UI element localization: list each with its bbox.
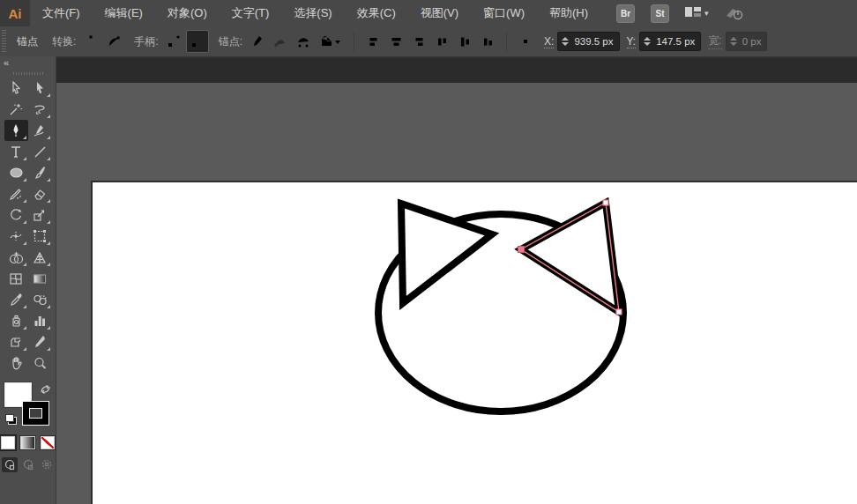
y-value[interactable]: 147.5 px [656,36,695,47]
default-fill-stroke-icon[interactable] [5,414,17,425]
convert-to-corner-button[interactable] [80,31,101,52]
bridge-button[interactable]: Br [616,4,635,23]
stock-button[interactable]: St [651,4,669,23]
curvature-tool[interactable] [28,120,52,141]
menu-select[interactable]: 选择(S) [281,0,344,26]
x-value[interactable]: 939.5 px [574,36,613,47]
chevron-down-icon: ▾ [704,9,709,18]
width-field: 0 px [726,32,768,51]
width-value: 0 px [742,36,762,47]
selection-tool[interactable] [4,78,28,99]
drawing-mode-buttons [0,457,56,472]
none-button[interactable] [40,435,56,450]
divider [354,32,354,51]
menu-type[interactable]: 文字(T) [220,0,282,26]
line-segment-tool[interactable] [28,141,52,162]
align-right-button[interactable] [408,31,429,52]
x-label: X: [544,35,554,48]
draw-inside-button[interactable] [39,457,55,472]
paintbrush-tool[interactable] [28,162,52,183]
anchors-label: 锚点: [219,34,242,49]
workspace-layout-icon [685,5,701,21]
menu-object[interactable]: 对象(O) [155,0,220,26]
align-top-button[interactable] [431,31,452,52]
artboard-tool[interactable] [4,331,28,352]
y-label: Y: [627,35,637,48]
blend-tool[interactable] [28,289,52,310]
cut-path-button[interactable] [293,31,314,52]
menu-file[interactable]: 文件(F) [30,0,93,26]
menu-window[interactable]: 窗口(W) [471,0,537,26]
menu-effect[interactable]: 效果(C) [345,0,408,26]
show-handles-button[interactable] [163,31,184,52]
column-graph-tool[interactable] [28,310,52,331]
gradient-tool[interactable] [28,268,52,289]
scale-tool[interactable] [28,204,52,226]
rotate-tool[interactable] [4,204,28,226]
mesh-tool[interactable] [4,268,28,289]
convert-to-smooth-button[interactable] [103,31,124,52]
control-bar: 锚点 转换: 手柄: 锚点: X: [0,26,857,58]
menu-edit[interactable]: 编辑(E) [93,0,155,26]
zoom-tool[interactable] [28,352,52,374]
draw-normal-button[interactable] [2,457,18,472]
context-label: 锚点 [17,34,38,49]
handles-label: 手柄: [134,34,158,49]
symbol-sprayer-tool[interactable] [4,310,28,331]
align-center-h-button[interactable] [385,31,406,52]
gpu-performance-button[interactable] [725,6,744,20]
canvas-pasteboard[interactable] [56,83,857,504]
lasso-tool[interactable] [28,99,52,120]
stepper-icon [730,37,737,46]
convert-label: 转换: [52,34,76,49]
align-middle-v-button[interactable] [454,31,475,52]
direct-selection-tool[interactable] [28,78,52,99]
remove-anchor-button[interactable] [247,31,268,52]
hide-handles-button[interactable] [186,30,209,53]
gradient-button[interactable] [19,435,35,450]
perspective-grid-tool[interactable] [28,247,52,268]
divider [506,32,507,51]
fill-stroke-widget [0,381,56,432]
workspace-switcher[interactable]: ▾ [685,5,709,21]
menu-bar: Ai 文件(F) 编辑(E) 对象(O) 文字(T) 选择(S) 效果(C) 视… [0,0,857,27]
stepper-icon[interactable] [562,37,569,46]
anchor-point-icon [515,31,536,52]
stroke-color-swatch[interactable] [23,402,48,425]
menu-help[interactable]: 帮助(H) [537,0,600,26]
eyedropper-tool[interactable] [4,289,28,310]
ellipse-tool[interactable] [4,162,28,183]
collapse-panel-button[interactable]: « [0,57,8,68]
color-type-buttons [0,435,56,450]
tools-panel: « [0,56,56,504]
type-tool[interactable] [4,141,28,162]
width-label: 宽: [708,33,721,49]
panel-grip[interactable] [2,30,6,53]
magic-wand-tool[interactable] [4,99,28,120]
eraser-tool[interactable] [28,183,52,204]
color-button[interactable] [0,435,16,450]
menu-view[interactable]: 视图(V) [408,0,471,26]
width-tool[interactable] [4,226,28,247]
pen-tool[interactable] [4,120,28,141]
panel-grip[interactable] [0,69,56,78]
y-field[interactable]: 147.5 px [639,32,701,51]
connect-path-button[interactable] [270,31,291,52]
swap-fill-stroke-icon[interactable] [40,382,51,398]
artboard[interactable] [91,181,857,504]
illustrator-logo: Ai [0,0,30,26]
stepper-icon[interactable] [644,37,651,46]
align-bottom-button[interactable] [477,31,498,52]
draw-behind-button[interactable] [20,457,36,472]
shaper-tool[interactable] [4,183,28,204]
slice-tool[interactable] [28,331,52,352]
shape-builder-tool[interactable] [4,247,28,268]
align-left-button[interactable] [362,31,384,52]
x-field[interactable]: 939.5 px [557,32,619,51]
hand-tool[interactable] [4,352,28,374]
artboard-options-button[interactable] [316,31,346,52]
free-transform-tool[interactable] [28,226,52,247]
